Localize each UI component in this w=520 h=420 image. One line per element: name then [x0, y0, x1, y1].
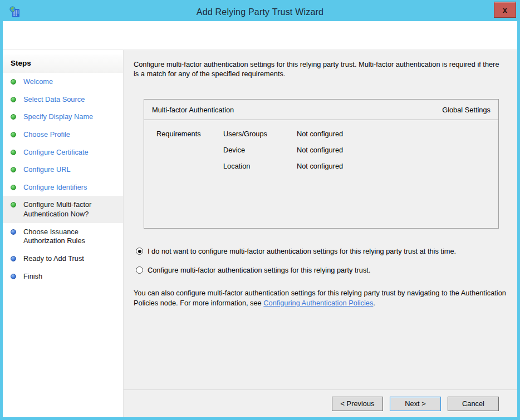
- wizard-window: Add Relying Party Trust Wizard x Steps W…: [0, 0, 520, 420]
- title-bar: Add Relying Party Trust Wizard x: [3, 3, 517, 21]
- step-done-bullet-icon: [11, 97, 16, 102]
- step-choose-profile: Choose Profile: [3, 126, 123, 144]
- step-specify-display-name: Specify Display Name: [3, 108, 123, 126]
- wizard-header-band: [3, 21, 517, 50]
- step-configure-identifiers: Configure Identifiers: [3, 179, 123, 196]
- wizard-button-bar: < Previous Next > Cancel: [134, 390, 509, 417]
- mfa-box-title: Multi-factor Authentication: [152, 106, 234, 114]
- step-welcome: Welcome: [3, 73, 123, 91]
- steps-header: Steps: [3, 55, 123, 73]
- step-choose-issuance-authorization-rules: Choose Issuance Authorization Rules: [3, 223, 123, 250]
- step-configure-url: Configure URL: [3, 161, 123, 179]
- radio-label: I do not want to configure multi-factor …: [148, 247, 456, 255]
- mfa-row-name: Users/Groups: [223, 130, 297, 138]
- radio-selected-icon[interactable]: [136, 248, 143, 255]
- mfa-row-users-groups: Requirements Users/Groups Not configured: [156, 130, 498, 138]
- mfa-row-value: Not configured: [297, 162, 498, 170]
- footer-paragraph: You can also configure multi-factor auth…: [134, 288, 508, 308]
- step-configure-certificate: Configure Certificate: [3, 144, 123, 161]
- step-select-data-source: Select Data Source: [3, 91, 123, 108]
- mfa-settings-box: Multi-factor Authentication Global Setti…: [144, 99, 499, 229]
- wizard-content-pane: Configure multi-factor authentication se…: [124, 50, 517, 417]
- radio-label: Configure multi-factor authentication se…: [148, 266, 370, 274]
- requirements-label: Requirements: [156, 130, 223, 138]
- step-ready-to-add-trust: Ready to Add Trust: [3, 250, 123, 268]
- mfa-row-location: Location Not configured: [156, 162, 498, 170]
- step-done-bullet-icon: [11, 79, 16, 85]
- mfa-row-value: Not configured: [297, 130, 498, 138]
- step-upcoming-bullet-icon: [11, 256, 16, 261]
- mfa-row-value: Not configured: [297, 146, 498, 154]
- footer-text-after: .: [373, 299, 375, 307]
- mfa-row-name: Location: [223, 162, 297, 170]
- mfa-row-name: Device: [223, 146, 297, 154]
- mfa-row-device: Device Not configured: [156, 146, 498, 154]
- intro-text: Configure multi-factor authentication se…: [134, 60, 503, 78]
- step-done-bullet-icon: [11, 150, 16, 155]
- window-title: Add Relying Party Trust Wizard: [3, 7, 517, 17]
- step-finish: Finish: [3, 268, 123, 285]
- step-done-bullet-icon: [11, 185, 16, 190]
- global-settings-label: Global Settings: [442, 106, 490, 114]
- step-upcoming-bullet-icon: [11, 229, 16, 235]
- configuring-authentication-policies-link[interactable]: Configuring Authentication Policies: [263, 299, 373, 307]
- radio-unselected-icon[interactable]: [136, 266, 143, 274]
- cancel-button[interactable]: Cancel: [448, 397, 499, 411]
- step-configure-mfa-now: Configure Multi-factor Authentication No…: [3, 196, 123, 223]
- step-done-bullet-icon: [11, 167, 16, 172]
- step-done-bullet-icon: [11, 114, 16, 120]
- step-upcoming-bullet-icon: [11, 274, 16, 279]
- step-done-bullet-icon: [11, 132, 16, 137]
- radio-option-configure-mfa[interactable]: Configure multi-factor authentication se…: [136, 266, 509, 274]
- close-button[interactable]: x: [494, 2, 516, 18]
- steps-sidebar: Steps Welcome Select Data Source Specify…: [3, 50, 124, 417]
- step-done-bullet-icon: [11, 202, 16, 207]
- previous-button[interactable]: < Previous: [332, 397, 383, 411]
- next-button[interactable]: Next >: [390, 397, 441, 411]
- radio-option-no-mfa[interactable]: I do not want to configure multi-factor …: [136, 247, 509, 255]
